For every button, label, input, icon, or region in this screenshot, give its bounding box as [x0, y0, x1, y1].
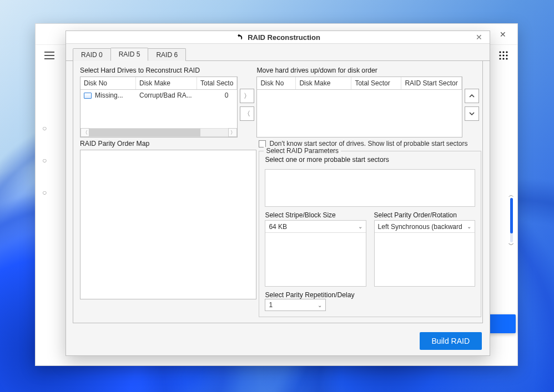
move-left-button[interactable]: 〈: [240, 106, 254, 121]
parity-repetition-select[interactable]: 1 ⌄: [265, 299, 326, 311]
parity-map-box[interactable]: [80, 150, 256, 299]
drive-icon: [84, 93, 92, 99]
raid-reconstruction-dialog: RAID Reconstruction ✕ RAID 0 RAID 5 RAID…: [66, 30, 490, 356]
unknown-start-sector-row: Don't know start sector of drives. Show …: [259, 140, 481, 147]
back-icon[interactable]: [235, 33, 243, 41]
chevron-down-icon[interactable]: ﹀: [508, 242, 514, 248]
close-icon[interactable]: ✕: [494, 27, 512, 42]
parity-repetition-label: Select Parity Repetition/Delay: [265, 291, 475, 299]
scrollbar-thumb[interactable]: [510, 198, 513, 233]
apps-grid-icon[interactable]: [495, 47, 512, 64]
col-disk-make[interactable]: Disk Make: [136, 77, 197, 89]
source-drives-header: Disk No Disk Make Total Secto: [80, 77, 237, 90]
col-raid-start[interactable]: RAID Start Sector: [401, 77, 461, 89]
table-row[interactable]: Missing... Corrupt/Bad RA... 0: [80, 90, 237, 101]
dialog-close-button[interactable]: ✕: [472, 31, 486, 43]
start-sectors-list[interactable]: [265, 169, 475, 207]
unknown-start-sector-checkbox[interactable]: [259, 140, 266, 147]
hamburger-icon[interactable]: [41, 47, 58, 64]
move-down-button[interactable]: [465, 106, 479, 121]
chevron-up-icon[interactable]: ︿: [508, 192, 514, 198]
col-total-sector[interactable]: Total Sector: [351, 77, 401, 89]
chevron-down-icon: ⌄: [318, 302, 322, 308]
move-up-button[interactable]: [465, 89, 479, 103]
unknown-start-sector-label: Don't know start sector of drives. Show …: [269, 140, 467, 147]
dialog-footer: Build RAID: [66, 329, 490, 357]
svg-point-7: [499, 58, 501, 59]
svg-point-1: [499, 51, 501, 53]
scroll-thumb[interactable]: [89, 129, 200, 136]
raid-parameters-group: Select RAID Parameters Select one or mor…: [259, 151, 481, 317]
background-scrollbar[interactable]: ︿ ﹀: [508, 192, 514, 248]
scrollbar-track[interactable]: [510, 198, 513, 242]
dialog-titlebar: RAID Reconstruction ✕: [66, 31, 490, 44]
move-right-button[interactable]: 〉: [240, 89, 254, 103]
move-right-left-buttons: 〉 〈: [238, 77, 256, 138]
source-drives-table[interactable]: Disk No Disk Make Total Secto Missing...…: [80, 77, 238, 138]
parity-order-label: Select Parity Order/Rotation: [374, 211, 475, 219]
scroll-right-icon[interactable]: 〉: [228, 128, 237, 137]
raid-parameters-title: Select RAID Parameters: [264, 147, 341, 155]
svg-point-3: [506, 51, 507, 53]
order-drives-label: Move hard drives up/down for disk order: [256, 67, 481, 74]
stripe-size-select[interactable]: 64 KB ⌄: [265, 221, 365, 233]
col-disk-no[interactable]: Disk No: [80, 77, 136, 89]
col-total-sector[interactable]: Total Secto: [197, 77, 237, 89]
raid-tabs: RAID 0 RAID 5 RAID 6: [66, 47, 490, 61]
svg-point-8: [502, 58, 504, 59]
order-drives-header: Disk No Disk Make Total Sector RAID Star…: [257, 77, 461, 90]
svg-point-5: [502, 54, 504, 56]
parity-order-select[interactable]: Left Synchronous (backward ⌄: [375, 221, 475, 233]
tab-raid5[interactable]: RAID 5: [110, 48, 149, 61]
col-disk-no[interactable]: Disk No: [257, 77, 296, 89]
svg-point-6: [506, 54, 507, 56]
start-sectors-label: Select one or more probable start sector…: [265, 156, 475, 164]
dialog-title: RAID Reconstruction: [84, 33, 472, 42]
stripe-size-label: Select Stripe/Block Size: [265, 211, 366, 219]
move-up-down-buttons: [462, 77, 481, 138]
scroll-left-icon[interactable]: 〈: [80, 128, 89, 137]
source-table-hscroll[interactable]: 〈 〉: [80, 128, 237, 137]
parity-order-panel: Left Synchronous (backward ⌄: [374, 220, 475, 287]
build-raid-button[interactable]: Build RAID: [420, 332, 482, 350]
chevron-down-icon: ⌄: [358, 223, 362, 230]
svg-point-4: [499, 54, 501, 56]
source-drives-label: Select Hard Drives to Reconstruct RAID: [80, 67, 238, 74]
order-drives-table[interactable]: Disk No Disk Make Total Sector RAID Star…: [256, 77, 462, 138]
col-disk-make[interactable]: Disk Make: [296, 77, 351, 89]
parity-map-label: RAID Parity Order Map: [80, 140, 256, 147]
stripe-size-panel: 64 KB ⌄: [265, 220, 366, 287]
chevron-down-icon: ⌄: [467, 223, 471, 230]
background-left-markers: ○○○: [42, 124, 47, 197]
svg-point-9: [506, 58, 507, 59]
tab-raid6[interactable]: RAID 6: [148, 48, 186, 61]
dialog-body: Select Hard Drives to Reconstruct RAID D…: [73, 61, 483, 323]
svg-point-2: [502, 51, 504, 53]
tab-raid0[interactable]: RAID 0: [73, 48, 111, 61]
